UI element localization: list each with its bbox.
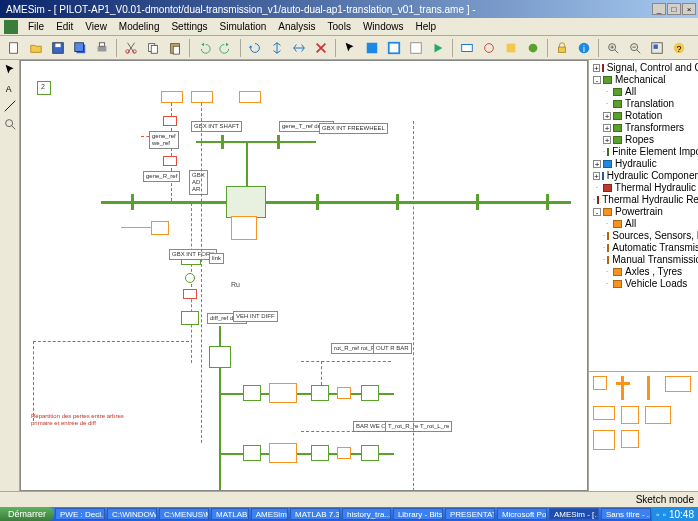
undo-button[interactable] xyxy=(194,38,214,58)
tool-b-button[interactable] xyxy=(479,38,499,58)
tree-item[interactable]: ·Translation xyxy=(591,98,696,110)
tree-item[interactable]: ·Sources, Sensors, Nodes xyxy=(591,230,696,242)
paste-button[interactable] xyxy=(165,38,185,58)
menu-tools[interactable]: Tools xyxy=(322,19,357,34)
tree-item[interactable]: ·Manual Transmission xyxy=(591,254,696,266)
menu-simulation[interactable]: Simulation xyxy=(214,19,273,34)
task-button[interactable]: Sans titre - ... xyxy=(601,508,651,520)
min-button[interactable]: _ xyxy=(652,3,666,15)
print-button[interactable] xyxy=(92,38,112,58)
tree-item[interactable]: ·Axles , Tyres xyxy=(591,266,696,278)
menu-modeling[interactable]: Modeling xyxy=(113,19,166,34)
pointer-tool[interactable] xyxy=(2,62,18,78)
tree-item[interactable]: +Hydraulic Component Design xyxy=(591,170,696,182)
palette-item[interactable] xyxy=(593,406,615,420)
task-button[interactable]: Microsoft Po... xyxy=(497,508,547,520)
collapse-icon[interactable]: - xyxy=(593,208,601,216)
palette-item[interactable] xyxy=(665,376,691,392)
mech-block[interactable] xyxy=(361,445,379,461)
expand-icon[interactable]: + xyxy=(603,112,611,120)
redo-button[interactable] xyxy=(216,38,236,58)
node[interactable] xyxy=(185,273,195,283)
menu-settings[interactable]: Settings xyxy=(165,19,213,34)
library-tree[interactable]: +Signal, Control and Observers-Mechanica… xyxy=(589,60,698,371)
task-button-active[interactable]: AMESim - [… xyxy=(549,508,599,520)
task-button[interactable]: C:\MENUS\M... xyxy=(159,508,209,520)
zoom-out-button[interactable] xyxy=(625,38,645,58)
task-button[interactable]: AMESim xyxy=(251,508,288,520)
powertrain-component[interactable] xyxy=(191,91,213,103)
mode-sketch-button[interactable] xyxy=(362,38,382,58)
mech-block[interactable] xyxy=(361,385,379,401)
lock-button[interactable] xyxy=(552,38,572,58)
diff-block[interactable] xyxy=(209,346,231,368)
tree-item[interactable]: +Signal, Control and Observers xyxy=(591,62,696,74)
mech-block[interactable] xyxy=(181,311,199,325)
powertrain-block[interactable] xyxy=(337,447,351,459)
mech-block[interactable] xyxy=(243,385,261,401)
menu-file[interactable]: File xyxy=(22,19,50,34)
text-tool[interactable]: A xyxy=(2,80,18,96)
tree-item[interactable]: +Rotation xyxy=(591,110,696,122)
collapse-icon[interactable]: - xyxy=(593,76,601,84)
tree-item[interactable]: -Powertrain xyxy=(591,206,696,218)
task-button[interactable]: MATLAB 7.3... xyxy=(290,508,340,520)
component-palette[interactable] xyxy=(589,371,698,491)
task-button[interactable]: PWE : Decl... xyxy=(55,508,105,520)
gearbox-block[interactable] xyxy=(226,186,266,218)
start-button[interactable]: Démarrer xyxy=(0,507,54,521)
powertrain-block[interactable] xyxy=(269,443,297,463)
schematic-canvas[interactable]: 2 GBX INT SHAFT gene_refwe_ref gene_R_re… xyxy=(20,60,588,491)
info-button[interactable]: i xyxy=(574,38,594,58)
close-button[interactable]: × xyxy=(682,3,696,15)
palette-item[interactable] xyxy=(639,376,659,400)
zoom-in-button[interactable] xyxy=(603,38,623,58)
mode-parameter-button[interactable] xyxy=(406,38,426,58)
flip-button[interactable] xyxy=(267,38,287,58)
palette-item[interactable] xyxy=(593,376,607,390)
cut-button[interactable] xyxy=(121,38,141,58)
tool-c-button[interactable] xyxy=(501,38,521,58)
mode-simulation-button[interactable] xyxy=(428,38,448,58)
copy-button[interactable] xyxy=(143,38,163,58)
powertrain-block[interactable] xyxy=(269,383,297,403)
rotate-button[interactable] xyxy=(245,38,265,58)
help-button[interactable]: ? xyxy=(669,38,689,58)
tree-item[interactable]: ·Finite Element Import xyxy=(591,146,696,158)
expand-icon[interactable]: + xyxy=(603,124,611,132)
tool-d-button[interactable] xyxy=(523,38,543,58)
expand-icon[interactable]: + xyxy=(593,160,601,168)
powertrain-block[interactable] xyxy=(337,387,351,399)
powertrain-component[interactable] xyxy=(151,221,169,235)
select-button[interactable] xyxy=(340,38,360,58)
tree-item[interactable]: -Mechanical xyxy=(591,74,696,86)
signal-block[interactable] xyxy=(183,289,197,299)
expand-icon[interactable]: + xyxy=(593,64,600,72)
task-button[interactable]: PRESENTATI... xyxy=(445,508,495,520)
signal-block[interactable] xyxy=(163,116,177,126)
mech-block[interactable] xyxy=(311,385,329,401)
palette-item[interactable] xyxy=(645,406,671,424)
menu-help[interactable]: Help xyxy=(409,19,442,34)
task-button[interactable]: C:\WINDOW... xyxy=(107,508,157,520)
task-button[interactable]: history_tra... xyxy=(342,508,391,520)
tray-icon[interactable]: ◦ xyxy=(656,509,660,520)
mech-block[interactable] xyxy=(243,445,261,461)
menu-edit[interactable]: Edit xyxy=(50,19,79,34)
tree-item[interactable]: +Transformers xyxy=(591,122,696,134)
max-button[interactable]: □ xyxy=(667,3,681,15)
signal-block[interactable] xyxy=(163,156,177,166)
save-button[interactable] xyxy=(48,38,68,58)
tray-icon[interactable]: ◦ xyxy=(662,509,666,520)
open-button[interactable] xyxy=(26,38,46,58)
tree-item[interactable]: +Ropes xyxy=(591,134,696,146)
menu-view[interactable]: View xyxy=(79,19,113,34)
task-button[interactable]: Library - Bits... xyxy=(393,508,443,520)
mode-submodel-button[interactable] xyxy=(384,38,404,58)
palette-item[interactable] xyxy=(621,406,639,424)
mirror-button[interactable] xyxy=(289,38,309,58)
menu-windows[interactable]: Windows xyxy=(357,19,410,34)
new-button[interactable] xyxy=(4,38,24,58)
tree-item[interactable]: ·All xyxy=(591,218,696,230)
powertrain-component[interactable] xyxy=(161,91,183,103)
